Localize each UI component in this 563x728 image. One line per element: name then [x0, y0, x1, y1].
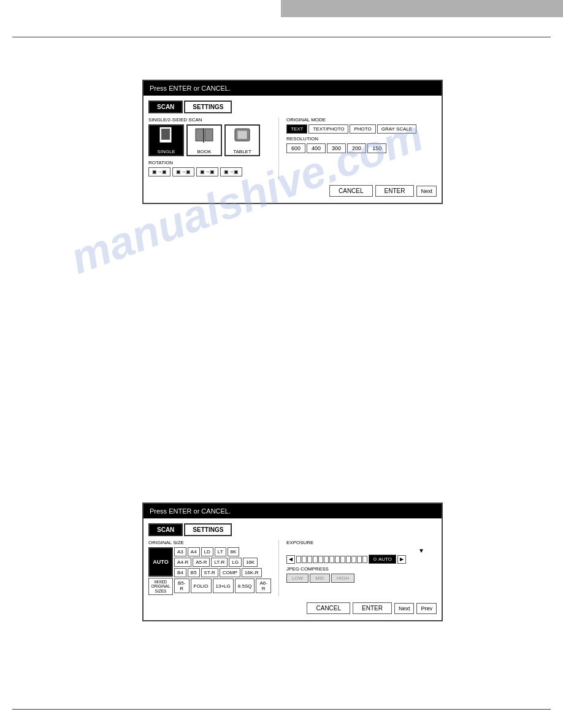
- size-str[interactable]: ST-R: [201, 568, 218, 577]
- jpeg-mid-btn[interactable]: MID: [310, 574, 330, 583]
- res-600[interactable]: 600: [286, 143, 305, 153]
- exposure-label: EXPOSURE: [286, 540, 437, 545]
- exposure-right-arrow[interactable]: ▶: [397, 555, 406, 564]
- size-a5r[interactable]: A5-R: [193, 558, 210, 567]
- jpeg-label: JPEG COMPRESS: [286, 566, 437, 572]
- size-comp[interactable]: COMP: [220, 568, 240, 577]
- auto-label: AUTO: [378, 556, 392, 562]
- exposure-bar: ◀: [286, 555, 437, 564]
- jpeg-low-btn[interactable]: LOW: [286, 574, 308, 583]
- res-400[interactable]: 400: [307, 143, 326, 153]
- rotation-btn-1[interactable]: ▣→▣: [148, 167, 170, 176]
- tab-scan-2[interactable]: SCAN: [148, 523, 183, 536]
- rotation-btn-4[interactable]: ▣→▣: [220, 167, 242, 176]
- panel-1-content: SINGLE/2-SIDED SCAN SINGLE: [148, 117, 437, 179]
- exp-cell-3: [307, 556, 312, 563]
- size-16k[interactable]: 16K: [243, 558, 258, 567]
- size-a6r[interactable]: A6-R: [256, 578, 271, 593]
- panel-1: Press ENTER or CANCEL. SCAN SETTINGS SIN…: [142, 80, 443, 204]
- exposure-left-arrow[interactable]: ◀: [286, 555, 295, 564]
- size-a3[interactable]: A3: [174, 547, 186, 556]
- auto-icon: ⊙: [373, 556, 377, 562]
- exp-cell-9: [340, 556, 345, 563]
- tab-settings-2[interactable]: SETTINGS: [184, 523, 232, 536]
- tab-scan-1[interactable]: SCAN: [148, 100, 183, 113]
- size-lt[interactable]: LT: [215, 547, 226, 556]
- exp-cell-7: [329, 556, 334, 563]
- mode-grayscale-btn[interactable]: GRAY SCALE: [377, 124, 416, 134]
- hr-bottom: [12, 709, 551, 710]
- size-lg[interactable]: LG: [229, 558, 242, 567]
- cancel-button-1[interactable]: CANCEL: [329, 185, 373, 197]
- size-b5r[interactable]: B5-R: [174, 578, 190, 593]
- enter-button-1[interactable]: ENTER: [375, 185, 415, 197]
- exp-cell-5: [318, 556, 323, 563]
- top-bar: [281, 0, 563, 17]
- size-16kr[interactable]: 16K-R: [242, 568, 262, 577]
- prev-button-2[interactable]: Prev: [416, 603, 437, 614]
- panel-2-content: ORIGINAL SIZE AUTO MIXEDORIGINALSIZES A3…: [148, 540, 437, 596]
- size-row-1: A3 A4 LD LT 8K: [174, 547, 271, 556]
- book-icon: [194, 126, 214, 148]
- mode-textphoto-btn[interactable]: TEXT/PHOTO: [308, 124, 348, 134]
- orig-size-label: ORIGINAL SIZE: [148, 540, 271, 545]
- size-row-4: B5-R FOLIO 13×LG 8.5SQ A6-R: [174, 578, 271, 593]
- size-b5[interactable]: B5: [188, 568, 200, 577]
- exp-cell-11: [351, 556, 356, 563]
- mixed-sizes-btn[interactable]: MIXEDORIGINALSIZES: [148, 578, 173, 595]
- orig-mode-label: ORIGINAL MODE: [286, 117, 437, 123]
- hr-top: [12, 37, 551, 37]
- panel-2-header: Press ENTER or CANCEL.: [144, 504, 442, 518]
- res-btn-row: 600 400 300 200 150: [286, 143, 437, 153]
- book-label: BOOK: [197, 149, 211, 154]
- mode-photo-btn[interactable]: PHOTO: [350, 124, 375, 134]
- scan-mode-row: SINGLE BOOK: [148, 124, 271, 156]
- exp-cell-8: [335, 556, 340, 563]
- rotation-btn-2[interactable]: ▣→▣: [172, 167, 194, 176]
- panel-1-actions: CANCEL ENTER Next: [148, 183, 437, 198]
- size-b4[interactable]: B4: [174, 568, 186, 577]
- exp-cell-13: [362, 556, 367, 563]
- svg-rect-3: [205, 129, 213, 141]
- size-85sq[interactable]: 8.5SQ: [235, 578, 255, 593]
- size-a4[interactable]: A4: [188, 547, 200, 556]
- cancel-button-2[interactable]: CANCEL: [307, 602, 350, 614]
- size-ld[interactable]: LD: [201, 547, 213, 556]
- scan-mode-label: SINGLE/2-SIDED SCAN: [148, 117, 271, 123]
- exposure-triangle: ▼: [418, 547, 424, 554]
- size-folio[interactable]: FOLIO: [191, 578, 212, 593]
- panel-1-tabs: SCAN SETTINGS: [148, 100, 437, 113]
- left-section-2: ORIGINAL SIZE AUTO MIXEDORIGINALSIZES A3…: [148, 540, 271, 596]
- tablet-icon: [232, 126, 252, 148]
- mode-btn-row: TEXT TEXT/PHOTO PHOTO GRAY SCALE: [286, 124, 437, 134]
- next-button-2[interactable]: Next: [394, 603, 415, 614]
- res-300[interactable]: 300: [327, 143, 346, 153]
- resolution-label: RESOLUTION: [286, 136, 437, 142]
- size-13lg[interactable]: 13×LG: [213, 578, 234, 593]
- svg-rect-2: [196, 129, 204, 141]
- jpeg-high-btn[interactable]: HIGH: [331, 574, 354, 583]
- scan-single-btn[interactable]: SINGLE: [148, 124, 184, 156]
- next-button-1[interactable]: Next: [416, 186, 437, 197]
- auto-size-btn[interactable]: AUTO: [148, 547, 173, 577]
- exp-cell-4: [313, 556, 318, 563]
- rotation-label: ROTATION: [148, 160, 271, 165]
- tab-settings-1[interactable]: SETTINGS: [184, 100, 232, 113]
- scan-book-btn[interactable]: BOOK: [186, 124, 222, 156]
- enter-button-2[interactable]: ENTER: [353, 602, 392, 614]
- rotation-row: ▣→▣ ▣→▣ ▣→▣ ▣→▣: [148, 167, 271, 176]
- mode-text-btn[interactable]: TEXT: [286, 124, 307, 134]
- size-8k[interactable]: 8K: [228, 547, 240, 556]
- rotation-btn-3[interactable]: ▣→▣: [196, 167, 218, 176]
- size-a4r[interactable]: A4-R: [174, 558, 191, 567]
- exposure-auto-btn[interactable]: ⊙ AUTO: [369, 555, 396, 564]
- exp-cell-6: [324, 556, 329, 563]
- exp-cell-12: [357, 556, 362, 563]
- res-150[interactable]: 150: [367, 143, 386, 153]
- scan-tablet-btn[interactable]: TABLET: [224, 124, 260, 156]
- size-ltr[interactable]: LT-R: [211, 558, 228, 567]
- exp-cell-10: [346, 556, 351, 563]
- panel-2: Press ENTER or CANCEL. SCAN SETTINGS ORI…: [142, 502, 443, 621]
- exposure-slider: [296, 556, 367, 563]
- res-200[interactable]: 200: [347, 143, 366, 153]
